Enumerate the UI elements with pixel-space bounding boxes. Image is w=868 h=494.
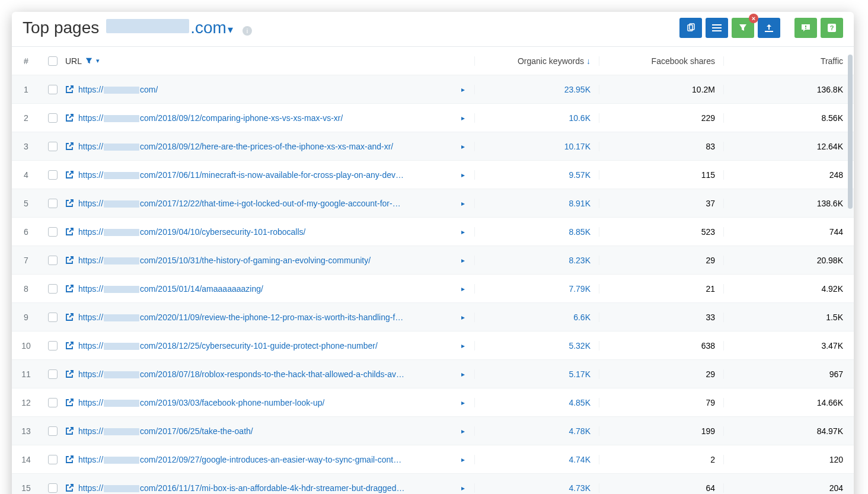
checkbox[interactable]	[48, 113, 58, 123]
url-link[interactable]: https://com/2020/11/09/review-the-iphone…	[78, 313, 403, 322]
expand-icon[interactable]: ▸	[458, 455, 468, 464]
expand-icon[interactable]: ▸	[458, 484, 468, 492]
redacted-domain	[104, 115, 139, 122]
col-url[interactable]: URL ▾	[65, 56, 474, 66]
checkbox[interactable]	[48, 56, 58, 66]
export-button[interactable]	[758, 18, 780, 38]
url-link[interactable]: https://com/2015/10/31/the-history-of-ga…	[78, 256, 371, 265]
row-keywords[interactable]: 4.85K	[474, 398, 599, 407]
col-traffic[interactable]: Traffic	[723, 56, 854, 66]
checkbox[interactable]	[48, 483, 58, 493]
external-link-icon[interactable]	[65, 399, 74, 407]
external-link-icon[interactable]	[65, 85, 74, 94]
external-link-icon[interactable]	[65, 142, 74, 151]
row-keywords[interactable]: 8.91K	[474, 199, 599, 208]
url-link[interactable]: https://com/2015/01/14/amaaaaaaazing/	[78, 284, 263, 294]
external-link-icon[interactable]	[65, 256, 74, 264]
row-keywords[interactable]: 7.79K	[474, 284, 599, 294]
row-keywords[interactable]: 23.95K	[474, 85, 599, 94]
expand-icon[interactable]: ▸	[458, 85, 468, 94]
row-keywords[interactable]: 5.17K	[474, 369, 599, 379]
checkbox[interactable]	[48, 284, 58, 294]
url-link[interactable]: https://com/	[78, 85, 158, 94]
expand-icon[interactable]: ▸	[458, 342, 468, 350]
url-link[interactable]: https://com/2019/03/03/facebook-phone-nu…	[78, 398, 324, 407]
url-link[interactable]: https://com/2017/06/11/minecraft-is-now-…	[78, 170, 404, 180]
scrollbar[interactable]	[848, 55, 853, 209]
checkbox[interactable]	[48, 455, 58, 464]
external-link-icon[interactable]	[65, 171, 74, 179]
help-button[interactable]: ?	[821, 18, 843, 38]
external-link-icon[interactable]	[65, 114, 74, 122]
checkbox[interactable]	[48, 398, 58, 407]
row-checkbox-cell	[40, 313, 65, 322]
table-row: 10https://com/2018/12/25/cybersecurity-1…	[12, 332, 854, 360]
checkbox[interactable]	[48, 170, 58, 180]
url-link[interactable]: https://com/2019/04/10/cybersecurity-101…	[78, 227, 305, 237]
expand-icon[interactable]: ▸	[458, 399, 468, 407]
feedback-button[interactable]	[794, 18, 817, 38]
row-keywords[interactable]: 8.85K	[474, 227, 599, 237]
external-link-icon[interactable]	[65, 370, 74, 378]
checkbox[interactable]	[48, 85, 58, 94]
columns-button[interactable]	[706, 18, 728, 38]
external-link-icon[interactable]	[65, 285, 74, 293]
checkbox[interactable]	[48, 341, 58, 350]
checkbox[interactable]	[48, 199, 58, 208]
expand-icon[interactable]: ▸	[458, 427, 468, 435]
external-link-icon[interactable]	[65, 342, 74, 350]
row-checkbox-cell	[40, 85, 65, 94]
url-link[interactable]: https://com/2018/09/12/here-are-the-pric…	[78, 142, 393, 151]
row-keywords[interactable]: 5.32K	[474, 341, 599, 350]
external-link-icon[interactable]	[65, 199, 74, 208]
expand-icon[interactable]: ▸	[458, 256, 468, 264]
url-link[interactable]: https://com/2017/12/22/that-time-i-got-l…	[78, 199, 401, 208]
url-link[interactable]: https://com/2012/09/27/google-introduces…	[78, 455, 401, 464]
filter-button[interactable]: ×	[732, 18, 754, 38]
col-facebook-shares[interactable]: Facebook shares	[599, 56, 723, 66]
col-organic-keywords[interactable]: Organic keywords↓	[474, 56, 599, 66]
checkbox[interactable]	[48, 256, 58, 265]
url-link[interactable]: https://com/2016/11/17/mi-box-is-an-affo…	[78, 483, 404, 493]
external-link-icon[interactable]	[65, 313, 74, 321]
external-link-icon[interactable]	[65, 455, 74, 464]
expand-icon[interactable]: ▸	[458, 114, 468, 122]
checkbox[interactable]	[48, 426, 58, 436]
expand-icon[interactable]: ▸	[458, 142, 468, 151]
info-icon[interactable]: i	[242, 26, 252, 36]
toolbar: × ?	[679, 18, 843, 38]
external-link-icon[interactable]	[65, 228, 74, 236]
row-keywords[interactable]: 9.57K	[474, 170, 599, 180]
expand-icon[interactable]: ▸	[458, 199, 468, 208]
external-link-icon[interactable]	[65, 484, 74, 492]
url-link[interactable]: https://com/2018/09/12/comparing-iphone-…	[78, 113, 343, 123]
expand-icon[interactable]: ▸	[458, 370, 468, 378]
url-link[interactable]: https://com/2018/07/18/roblox-responds-t…	[78, 369, 404, 379]
row-keywords[interactable]: 4.73K	[474, 483, 599, 493]
row-keywords[interactable]: 6.6K	[474, 313, 599, 322]
url-link[interactable]: https://com/2018/12/25/cybersecurity-101…	[78, 341, 378, 350]
expand-icon[interactable]: ▸	[458, 228, 468, 236]
copy-button[interactable]	[679, 18, 702, 38]
row-fb-shares: 83	[599, 142, 723, 151]
row-keywords[interactable]: 10.17K	[474, 142, 599, 151]
checkbox[interactable]	[48, 142, 58, 151]
expand-icon[interactable]: ▸	[458, 285, 468, 293]
row-index: 5	[12, 199, 40, 208]
title-group: Top pages .com▾ i	[23, 18, 252, 37]
checkbox[interactable]	[48, 369, 58, 379]
expand-icon[interactable]: ▸	[458, 171, 468, 179]
expand-icon[interactable]: ▸	[458, 313, 468, 321]
col-index[interactable]: #	[12, 56, 40, 66]
col-select-all[interactable]	[40, 56, 65, 66]
domain-selector[interactable]: .com▾	[105, 18, 233, 37]
checkbox[interactable]	[48, 313, 58, 322]
row-keywords[interactable]: 4.74K	[474, 455, 599, 464]
external-link-icon[interactable]	[65, 427, 74, 435]
close-filter-icon[interactable]: ×	[749, 14, 758, 23]
checkbox[interactable]	[48, 227, 58, 237]
url-link[interactable]: https://com/2017/06/25/take-the-oath/	[78, 426, 253, 436]
row-keywords[interactable]: 4.78K	[474, 426, 599, 436]
row-keywords[interactable]: 8.23K	[474, 256, 599, 265]
row-keywords[interactable]: 10.6K	[474, 113, 599, 123]
